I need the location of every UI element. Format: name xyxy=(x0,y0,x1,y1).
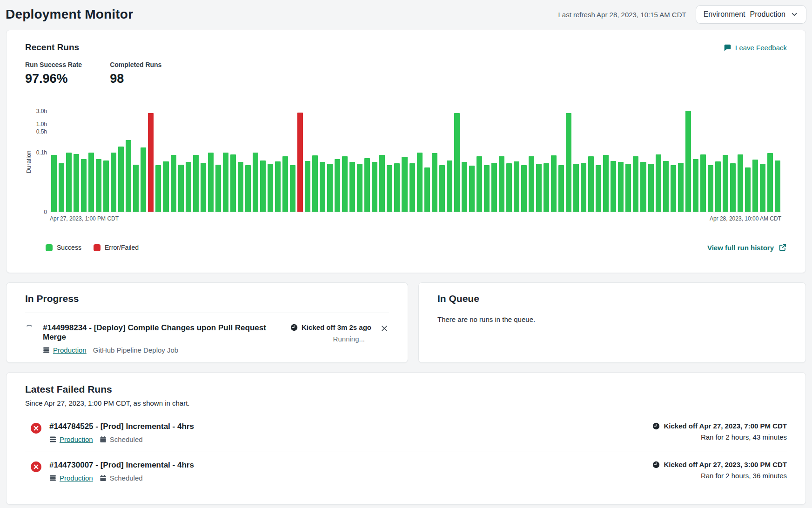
run-bar-success[interactable] xyxy=(141,147,146,212)
run-bar-success[interactable] xyxy=(462,162,467,212)
run-bar-success[interactable] xyxy=(424,167,430,212)
run-bar-success[interactable] xyxy=(357,164,362,212)
run-bar-success[interactable] xyxy=(327,164,333,212)
run-bar-success[interactable] xyxy=(208,153,214,212)
run-bar-success[interactable] xyxy=(596,165,601,212)
run-bar-success[interactable] xyxy=(59,163,64,212)
run-bar-success[interactable] xyxy=(693,159,698,212)
run-bar-success[interactable] xyxy=(126,140,131,212)
run-bar-success[interactable] xyxy=(394,163,400,212)
run-bar-success[interactable] xyxy=(738,154,743,212)
run-bar-success[interactable] xyxy=(186,162,191,212)
run-bar-success[interactable] xyxy=(581,163,586,212)
run-bar-success[interactable] xyxy=(193,155,199,212)
run-bar-success[interactable] xyxy=(499,156,504,212)
run-bar-success[interactable] xyxy=(484,165,490,212)
run-bar-success[interactable] xyxy=(551,155,557,212)
run-bar-success[interactable] xyxy=(447,160,452,212)
run-bar-success[interactable] xyxy=(349,162,355,212)
run-bar-failed[interactable] xyxy=(297,113,303,212)
run-bar-success[interactable] xyxy=(81,159,87,212)
run-bar-success[interactable] xyxy=(51,155,57,212)
run-bar-success[interactable] xyxy=(305,161,310,212)
run-bar-success[interactable] xyxy=(245,165,251,212)
run-bar-success[interactable] xyxy=(745,167,751,212)
run-bar-success[interactable] xyxy=(514,161,519,212)
environment-link[interactable]: Production xyxy=(43,346,87,354)
run-bar-success[interactable] xyxy=(178,165,184,212)
run-bar-success[interactable] xyxy=(282,156,288,212)
run-bar-success[interactable] xyxy=(66,153,72,212)
run-bar-success[interactable] xyxy=(253,153,258,212)
run-bar-success[interactable] xyxy=(223,153,228,212)
run-bar-success[interactable] xyxy=(417,153,423,212)
run-bar-success[interactable] xyxy=(491,163,497,212)
run-bar-success[interactable] xyxy=(536,164,542,212)
run-bar-success[interactable] xyxy=(111,153,116,212)
run-bar-success[interactable] xyxy=(268,164,273,212)
leave-feedback-link[interactable]: Leave Feedback xyxy=(724,44,787,52)
run-bar-success[interactable] xyxy=(723,155,728,212)
environment-dropdown[interactable]: Environment Production xyxy=(696,5,806,24)
run-bar-success[interactable] xyxy=(469,166,475,212)
run-bar-success[interactable] xyxy=(558,165,564,212)
run-bar-success[interactable] xyxy=(760,164,765,212)
run-bar-success[interactable] xyxy=(454,113,460,213)
environment-link[interactable]: Production xyxy=(49,435,93,443)
run-bar-success[interactable] xyxy=(103,160,109,212)
run-bar-success[interactable] xyxy=(387,165,392,212)
run-bar-success[interactable] xyxy=(432,153,437,212)
environment-link[interactable]: Production xyxy=(49,474,93,482)
run-bar-success[interactable] xyxy=(96,159,101,212)
run-bar-success[interactable] xyxy=(215,165,221,212)
run-bar-success[interactable] xyxy=(379,155,385,212)
dismiss-run-button[interactable] xyxy=(380,324,389,333)
run-bar-success[interactable] xyxy=(625,164,631,212)
run-bar-success[interactable] xyxy=(476,156,482,212)
run-bar-success[interactable] xyxy=(603,155,609,212)
run-bar-success[interactable] xyxy=(230,154,236,212)
run-bar-success[interactable] xyxy=(767,153,773,212)
run-bar-success[interactable] xyxy=(566,113,571,213)
run-bar-success[interactable] xyxy=(342,156,348,212)
run-bar-success[interactable] xyxy=(171,155,176,212)
run-bar-success[interactable] xyxy=(364,158,370,213)
run-bar-success[interactable] xyxy=(320,162,325,212)
run-bar-success[interactable] xyxy=(611,161,616,212)
run-bar-success[interactable] xyxy=(573,164,579,212)
run-bar-failed[interactable] xyxy=(148,113,154,212)
run-bar-success[interactable] xyxy=(671,165,676,212)
run-bar-success[interactable] xyxy=(678,163,684,212)
run-bar-success[interactable] xyxy=(618,162,624,212)
run-bar-success[interactable] xyxy=(752,160,758,212)
run-bar-success[interactable] xyxy=(118,147,124,213)
run-bar-success[interactable] xyxy=(529,156,534,212)
run-bar-success[interactable] xyxy=(730,163,736,212)
run-bar-success[interactable] xyxy=(402,157,407,212)
run-bar-success[interactable] xyxy=(685,111,691,212)
run-bar-success[interactable] xyxy=(201,163,206,212)
run-bar-success[interactable] xyxy=(775,160,780,212)
run-bar-success[interactable] xyxy=(715,161,721,212)
run-bar-success[interactable] xyxy=(275,161,281,212)
run-bar-success[interactable] xyxy=(506,163,512,212)
run-bar-success[interactable] xyxy=(708,165,713,212)
run-bar-success[interactable] xyxy=(633,156,638,212)
run-bar-success[interactable] xyxy=(372,162,377,212)
run-bar-success[interactable] xyxy=(409,163,415,212)
run-bar-success[interactable] xyxy=(640,162,646,212)
run-bar-success[interactable] xyxy=(74,154,79,212)
run-bar-success[interactable] xyxy=(648,164,654,212)
run-bar-success[interactable] xyxy=(88,153,94,212)
run-bar-success[interactable] xyxy=(260,160,266,212)
run-bar-success[interactable] xyxy=(312,155,318,212)
run-bar-success[interactable] xyxy=(439,165,445,212)
run-bar-success[interactable] xyxy=(544,163,549,212)
run-bar-success[interactable] xyxy=(700,154,706,212)
run-bar-success[interactable] xyxy=(656,154,661,212)
run-bar-success[interactable] xyxy=(133,165,139,212)
run-bar-success[interactable] xyxy=(521,165,527,212)
view-full-run-history-link[interactable]: View full run history xyxy=(707,243,787,252)
run-bar-success[interactable] xyxy=(163,161,168,212)
run-bar-success[interactable] xyxy=(155,165,161,212)
